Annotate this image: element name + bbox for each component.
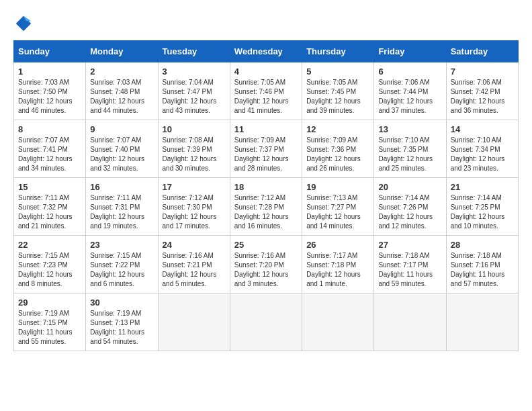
day-header-friday: Friday (374, 41, 446, 62)
day-header-saturday: Saturday (446, 41, 518, 62)
day-number: 24 (163, 240, 226, 250)
day-info: Sunrise: 7:06 AMSunset: 7:44 PMDaylight:… (378, 78, 441, 116)
day-info: Sunrise: 7:08 AMSunset: 7:39 PMDaylight:… (163, 136, 226, 173)
day-info: Sunrise: 7:12 AMSunset: 7:28 PMDaylight:… (234, 193, 298, 231)
day-number: 20 (378, 182, 441, 192)
day-number: 5 (306, 66, 369, 77)
day-number: 27 (378, 240, 441, 250)
day-number: 8 (18, 124, 81, 134)
day-number: 19 (306, 182, 369, 192)
day-number: 10 (163, 124, 226, 134)
calendar-cell: 29Sunrise: 7:19 AMSunset: 7:15 PMDayligh… (14, 293, 86, 351)
day-number: 14 (451, 124, 514, 134)
calendar-cell (446, 293, 518, 351)
day-number: 7 (451, 66, 514, 77)
calendar-cell: 20Sunrise: 7:14 AMSunset: 7:26 PMDayligh… (374, 178, 446, 236)
calendar-cell: 14Sunrise: 7:10 AMSunset: 7:34 PMDayligh… (446, 120, 518, 178)
day-info: Sunrise: 7:06 AMSunset: 7:42 PMDaylight:… (451, 78, 514, 116)
calendar-cell: 1Sunrise: 7:03 AMSunset: 7:50 PMDaylight… (14, 62, 86, 120)
day-info: Sunrise: 7:19 AMSunset: 7:13 PMDaylight:… (90, 309, 153, 347)
calendar-cell: 5Sunrise: 7:05 AMSunset: 7:45 PMDaylight… (302, 62, 374, 120)
day-number: 6 (378, 66, 441, 77)
calendar-cell: 3Sunrise: 7:04 AMSunset: 7:47 PMDaylight… (158, 62, 230, 120)
day-number: 3 (163, 66, 226, 77)
day-info: Sunrise: 7:05 AMSunset: 7:45 PMDaylight:… (306, 78, 369, 116)
calendar-cell: 7Sunrise: 7:06 AMSunset: 7:42 PMDaylight… (446, 62, 518, 120)
day-info: Sunrise: 7:10 AMSunset: 7:34 PMDaylight:… (451, 136, 514, 173)
day-info: Sunrise: 7:12 AMSunset: 7:30 PMDaylight:… (163, 193, 226, 231)
day-info: Sunrise: 7:09 AMSunset: 7:37 PMDaylight:… (234, 136, 298, 173)
day-number: 12 (306, 124, 369, 134)
day-header-tuesday: Tuesday (158, 41, 230, 62)
calendar-cell: 27Sunrise: 7:18 AMSunset: 7:17 PMDayligh… (374, 236, 446, 293)
calendar-cell: 13Sunrise: 7:10 AMSunset: 7:35 PMDayligh… (374, 120, 446, 178)
day-number: 25 (234, 240, 298, 250)
calendar-cell: 23Sunrise: 7:15 AMSunset: 7:22 PMDayligh… (86, 236, 158, 293)
calendar-header-row: SundayMondayTuesdayWednesdayThursdayFrid… (14, 41, 519, 62)
day-header-sunday: Sunday (14, 41, 86, 62)
calendar-cell: 10Sunrise: 7:08 AMSunset: 7:39 PMDayligh… (158, 120, 230, 178)
calendar-cell: 4Sunrise: 7:05 AMSunset: 7:46 PMDaylight… (230, 62, 302, 120)
week-row-2: 8Sunrise: 7:07 AMSunset: 7:41 PMDaylight… (14, 120, 519, 178)
calendar-cell: 11Sunrise: 7:09 AMSunset: 7:37 PMDayligh… (230, 120, 302, 178)
day-info: Sunrise: 7:07 AMSunset: 7:40 PMDaylight:… (90, 136, 153, 173)
day-header-wednesday: Wednesday (230, 41, 302, 62)
day-info: Sunrise: 7:07 AMSunset: 7:41 PMDaylight:… (18, 136, 81, 173)
calendar-cell: 25Sunrise: 7:16 AMSunset: 7:20 PMDayligh… (230, 236, 302, 293)
day-info: Sunrise: 7:17 AMSunset: 7:18 PMDaylight:… (306, 251, 369, 289)
day-info: Sunrise: 7:10 AMSunset: 7:35 PMDaylight:… (378, 136, 441, 173)
calendar-cell: 19Sunrise: 7:13 AMSunset: 7:27 PMDayligh… (302, 178, 374, 236)
day-info: Sunrise: 7:14 AMSunset: 7:25 PMDaylight:… (451, 193, 514, 231)
calendar-cell: 24Sunrise: 7:16 AMSunset: 7:21 PMDayligh… (158, 236, 230, 293)
page-header (13, 13, 519, 34)
day-info: Sunrise: 7:03 AMSunset: 7:48 PMDaylight:… (90, 78, 153, 116)
calendar-cell: 12Sunrise: 7:09 AMSunset: 7:36 PMDayligh… (302, 120, 374, 178)
day-number: 15 (18, 182, 81, 192)
day-header-thursday: Thursday (302, 41, 374, 62)
day-number: 28 (451, 240, 514, 250)
svg-marker-0 (16, 16, 32, 32)
calendar-cell (158, 293, 230, 351)
day-number: 26 (306, 240, 369, 250)
day-number: 29 (18, 298, 81, 308)
day-number: 23 (90, 240, 153, 250)
calendar-cell: 6Sunrise: 7:06 AMSunset: 7:44 PMDaylight… (374, 62, 446, 120)
day-number: 1 (18, 66, 81, 77)
calendar-cell: 26Sunrise: 7:17 AMSunset: 7:18 PMDayligh… (302, 236, 374, 293)
day-number: 13 (378, 124, 441, 134)
calendar-cell: 28Sunrise: 7:18 AMSunset: 7:16 PMDayligh… (446, 236, 518, 293)
day-number: 30 (90, 298, 153, 308)
day-info: Sunrise: 7:19 AMSunset: 7:15 PMDaylight:… (18, 309, 81, 347)
day-info: Sunrise: 7:05 AMSunset: 7:46 PMDaylight:… (234, 78, 298, 116)
calendar-cell: 16Sunrise: 7:11 AMSunset: 7:31 PMDayligh… (86, 178, 158, 236)
calendar-cell (374, 293, 446, 351)
day-info: Sunrise: 7:04 AMSunset: 7:47 PMDaylight:… (163, 78, 226, 116)
calendar-cell: 18Sunrise: 7:12 AMSunset: 7:28 PMDayligh… (230, 178, 302, 236)
day-info: Sunrise: 7:15 AMSunset: 7:23 PMDaylight:… (18, 251, 81, 289)
day-info: Sunrise: 7:16 AMSunset: 7:20 PMDaylight:… (234, 251, 298, 289)
day-info: Sunrise: 7:16 AMSunset: 7:21 PMDaylight:… (163, 251, 226, 289)
calendar-cell: 17Sunrise: 7:12 AMSunset: 7:30 PMDayligh… (158, 178, 230, 236)
day-number: 2 (90, 66, 153, 77)
calendar-cell: 2Sunrise: 7:03 AMSunset: 7:48 PMDaylight… (86, 62, 158, 120)
day-number: 11 (234, 124, 298, 134)
calendar-cell: 15Sunrise: 7:11 AMSunset: 7:32 PMDayligh… (14, 178, 86, 236)
day-number: 21 (451, 182, 514, 192)
day-info: Sunrise: 7:18 AMSunset: 7:16 PMDaylight:… (451, 251, 514, 289)
day-number: 18 (234, 182, 298, 192)
day-info: Sunrise: 7:14 AMSunset: 7:26 PMDaylight:… (378, 193, 441, 231)
day-number: 22 (18, 240, 81, 250)
logo (13, 13, 36, 34)
day-info: Sunrise: 7:11 AMSunset: 7:31 PMDaylight:… (90, 193, 153, 231)
day-info: Sunrise: 7:18 AMSunset: 7:17 PMDaylight:… (378, 251, 441, 289)
calendar-cell: 9Sunrise: 7:07 AMSunset: 7:40 PMDaylight… (86, 120, 158, 178)
day-header-monday: Monday (86, 41, 158, 62)
day-info: Sunrise: 7:03 AMSunset: 7:50 PMDaylight:… (18, 78, 81, 116)
day-info: Sunrise: 7:11 AMSunset: 7:32 PMDaylight:… (18, 193, 81, 231)
calendar-cell (230, 293, 302, 351)
calendar-cell: 22Sunrise: 7:15 AMSunset: 7:23 PMDayligh… (14, 236, 86, 293)
day-info: Sunrise: 7:09 AMSunset: 7:36 PMDaylight:… (306, 136, 369, 173)
calendar-cell: 21Sunrise: 7:14 AMSunset: 7:25 PMDayligh… (446, 178, 518, 236)
calendar-table: SundayMondayTuesdayWednesdayThursdayFrid… (13, 40, 519, 351)
week-row-5: 29Sunrise: 7:19 AMSunset: 7:15 PMDayligh… (14, 293, 519, 351)
